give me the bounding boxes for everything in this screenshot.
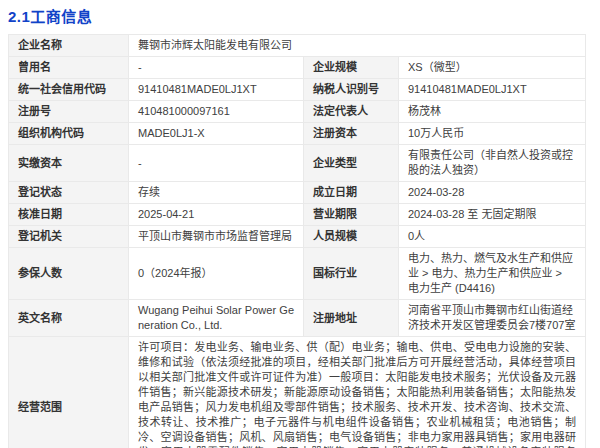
value-company-name: 舞钢市沛辉太阳能发电有限公司 [129,35,586,57]
value-national-industry: 电力、热力、燃气及水生产和供应业 > 电力、热力生产和供应业 > 电力生产 (D… [399,248,586,300]
table-row-company-name: 企业名称 舞钢市沛辉太阳能发电有限公司 [9,35,586,57]
table-row-reg-number-legal-rep: 注册号 410481000097161 法定代表人 杨茂林 [9,101,586,123]
table-row-authority-staff-size: 登记机关 平顶山市舞钢市市场监督管理局 人员规模 0人 [9,226,586,248]
value-registration-number: 410481000097161 [129,101,304,123]
label-enterprise-type: 企业类型 [304,145,399,182]
value-registration-authority: 平顶山市舞钢市市场监督管理局 [129,226,304,248]
label-paid-in-capital: 实缴资本 [9,145,129,182]
value-enterprise-scale: XS（微型） [399,57,586,79]
value-approval-date: 2025-04-21 [129,204,304,226]
value-paid-in-capital: - [129,145,304,182]
label-legal-representative: 法定代表人 [304,101,399,123]
business-registration-section: 2.1工商信息 企业名称 舞钢市沛辉太阳能发电有限公司 曾用名 - 企业规模 X… [0,0,600,448]
value-organization-code: MADE0LJ1-X [129,123,304,145]
value-former-name: - [129,57,304,79]
value-registered-address: 河南省平顶山市舞钢市红山街道经济技术开发区管理委员会7楼707室 [399,300,586,337]
table-row-business-scope: 经营范围 许可项目：发电业务、输电业务、供（配）电业务；输电、供电、受电电力设施… [9,337,586,448]
label-former-name: 曾用名 [9,57,129,79]
label-taxpayer-id: 纳税人识别号 [304,79,399,101]
table-row-credit-code-taxpayer-id: 统一社会信用代码 91410481MADE0LJ1XT 纳税人识别号 91410… [9,79,586,101]
section-title: 2.1工商信息 [8,5,592,26]
label-registered-address: 注册地址 [304,300,399,337]
label-business-term: 营业期限 [304,204,399,226]
label-establishment-date: 成立日期 [304,182,399,204]
label-registration-status: 登记状态 [9,182,129,204]
label-enterprise-scale: 企业规模 [304,57,399,79]
label-national-industry: 国标行业 [304,248,399,300]
table-row-english-name-address: 英文名称 Wugang Peihui Solar Power Generatio… [9,300,586,337]
value-establishment-date: 2024-03-28 [399,182,586,204]
value-registered-capital: 10万人民币 [399,123,586,145]
table-row-insured-industry: 参保人数 0（2024年报） 国标行业 电力、热力、燃气及水生产和供应业 > 电… [9,248,586,300]
table-row-org-code-reg-capital: 组织机构代码 MADE0LJ1-X 注册资本 10万人民币 [9,123,586,145]
value-legal-representative: 杨茂林 [399,101,586,123]
label-registration-number: 注册号 [9,101,129,123]
value-enterprise-type: 有限责任公司（非自然人投资或控股的法人独资） [399,145,586,182]
label-staff-size: 人员规模 [304,226,399,248]
value-registration-status: 存续 [129,182,304,204]
label-company-name: 企业名称 [9,35,129,57]
label-registration-authority: 登记机关 [9,226,129,248]
table-row-former-name-scale: 曾用名 - 企业规模 XS（微型） [9,57,586,79]
value-unified-credit-code: 91410481MADE0LJ1XT [129,79,304,101]
label-business-scope: 经营范围 [9,337,129,448]
label-insured-persons: 参保人数 [9,248,129,300]
value-business-term: 2024-03-28 至 无固定期限 [399,204,586,226]
value-insured-persons: 0（2024年报） [129,248,304,300]
value-staff-size: 0人 [399,226,586,248]
business-info-table: 企业名称 舞钢市沛辉太阳能发电有限公司 曾用名 - 企业规模 XS（微型） 统一… [8,34,586,448]
value-business-scope: 许可项目：发电业务、输电业务、供（配）电业务；输电、供电、受电电力设施的安装、维… [129,337,586,448]
label-unified-credit-code: 统一社会信用代码 [9,79,129,101]
table-row-status-establish-date: 登记状态 存续 成立日期 2024-03-28 [9,182,586,204]
table-row-approval-date-business-term: 核准日期 2025-04-21 营业期限 2024-03-28 至 无固定期限 [9,204,586,226]
value-english-name: Wugang Peihui Solar Power Generation Co.… [129,300,304,337]
label-approval-date: 核准日期 [9,204,129,226]
label-registered-capital: 注册资本 [304,123,399,145]
label-organization-code: 组织机构代码 [9,123,129,145]
label-english-name: 英文名称 [9,300,129,337]
table-row-paidin-capital-company-type: 实缴资本 - 企业类型 有限责任公司（非自然人投资或控股的法人独资） [9,145,586,182]
value-taxpayer-id: 91410481MADE0LJ1XT [399,79,586,101]
